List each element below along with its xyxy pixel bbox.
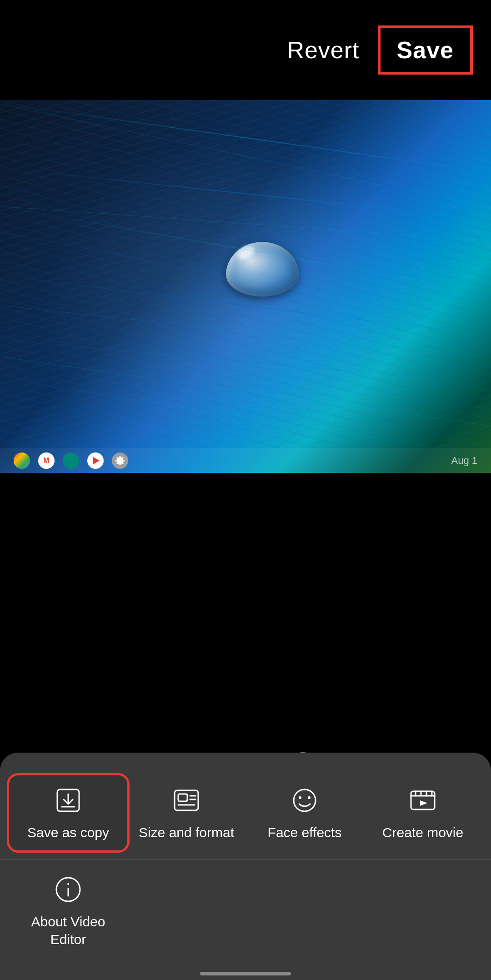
- save-copy-icon: [52, 784, 84, 816]
- screenshot-date: Aug 1: [451, 455, 478, 467]
- size-and-format-label: Size and format: [139, 824, 234, 841]
- chrome-icon: [14, 452, 30, 469]
- image-content: [0, 100, 491, 473]
- svg-point-9: [299, 796, 301, 799]
- svg-marker-17: [420, 800, 427, 806]
- screenshot-statusbar: M Aug 1: [0, 448, 491, 473]
- statusbar-icons: M: [14, 452, 128, 469]
- gmail-icon: M: [38, 452, 55, 469]
- create-movie-item[interactable]: Create movie: [364, 775, 482, 850]
- menu-row: Save as copy Size and format: [0, 762, 491, 860]
- svg-rect-4: [178, 794, 187, 801]
- face-effects-icon: [289, 784, 321, 816]
- create-movie-icon: [407, 784, 439, 816]
- settings-icon: [112, 452, 128, 469]
- create-movie-label: Create movie: [382, 824, 463, 841]
- image-preview: M Aug 1: [0, 100, 491, 473]
- info-icon: [52, 874, 84, 905]
- svg-point-10: [308, 796, 311, 799]
- size-and-format-item[interactable]: Size and format: [127, 775, 246, 850]
- top-bar: Revert Save: [0, 0, 491, 100]
- face-effects-label: Face effects: [268, 824, 342, 841]
- save-button[interactable]: Save: [397, 36, 454, 64]
- black-middle-area: [0, 473, 491, 787]
- home-indicator: [200, 972, 291, 975]
- about-video-editor-label: About Video Editor: [23, 913, 114, 948]
- svg-rect-11: [411, 791, 435, 809]
- save-as-copy-item[interactable]: Save as copy: [9, 775, 127, 850]
- meet-icon: [63, 452, 79, 469]
- face-effects-item[interactable]: Face effects: [246, 775, 364, 850]
- svg-point-8: [294, 789, 316, 811]
- about-video-editor-item[interactable]: About Video Editor: [23, 874, 114, 948]
- play-icon: [87, 452, 104, 469]
- secondary-menu-row: About Video Editor: [0, 860, 491, 962]
- save-button-wrapper: Save: [378, 25, 473, 75]
- revert-button[interactable]: Revert: [287, 36, 359, 64]
- save-as-copy-label: Save as copy: [27, 824, 109, 841]
- size-format-icon: [170, 784, 202, 816]
- bottom-panel: Save as copy Size and format: [0, 753, 491, 980]
- svg-point-20: [67, 883, 69, 885]
